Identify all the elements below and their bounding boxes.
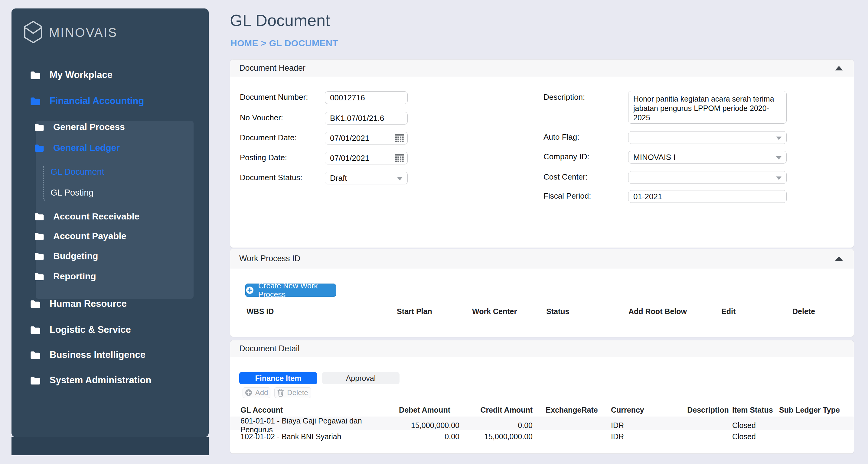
- cell-debet: 0.00: [385, 432, 459, 441]
- breadcrumb[interactable]: HOME > GL DOCUMENT: [230, 38, 338, 48]
- document-header-panel: Document Header Document Number: No Vouc…: [230, 59, 854, 248]
- folder-icon: [34, 213, 44, 220]
- fiscal-period-field[interactable]: [628, 190, 787, 203]
- sidebar-item-system-administration[interactable]: System Administration: [30, 373, 151, 387]
- folder-icon: [30, 326, 40, 334]
- document-status-label: Document Status:: [240, 173, 303, 182]
- auto-flag-select[interactable]: [628, 131, 787, 144]
- document-header-panel-head: Document Header: [230, 60, 854, 77]
- col-edit: Edit: [721, 307, 793, 316]
- cost-center-select[interactable]: [628, 171, 787, 184]
- sidebar-item-general-ledger[interactable]: General Ledger: [34, 141, 120, 155]
- add-button[interactable]: Add: [243, 387, 270, 398]
- gl-table-row[interactable]: 601-01-01 - Biaya Gaji Pegawai dan Pengu…: [230, 417, 854, 430]
- document-status-select[interactable]: Draft: [325, 172, 408, 185]
- folder-icon: [30, 376, 40, 385]
- sidebar-item-my-workplace[interactable]: My Workplace: [30, 68, 113, 82]
- folder-icon: [30, 71, 40, 79]
- col-description: Description: [684, 406, 732, 415]
- sidebar-item-financial-accounting[interactable]: Financial Accounting: [30, 94, 144, 108]
- auto-flag-label: Auto Flag:: [544, 132, 580, 142]
- sidebar-item-label: Budgeting: [53, 251, 98, 261]
- folder-icon: [34, 273, 44, 280]
- sidebar-item-account-payable[interactable]: Account Payable: [34, 229, 126, 243]
- col-add-root-below: Add Root Below: [628, 307, 721, 316]
- posting-date-label: Posting Date:: [240, 153, 287, 162]
- sidebar-item-budgeting[interactable]: Budgeting: [34, 249, 98, 263]
- no-voucher-field[interactable]: [325, 112, 408, 125]
- gl-table-header: GL Account Debet Amount Credit Amount Ex…: [230, 403, 854, 417]
- company-id-label: Company ID:: [544, 152, 589, 161]
- sidebar-item-gl-posting[interactable]: GL Posting: [51, 186, 93, 199]
- sidebar-item-gl-document[interactable]: GL Document: [51, 165, 104, 179]
- folder-icon: [30, 351, 40, 359]
- add-button-label: Add: [255, 389, 268, 397]
- sidebar-item-business-intelligence[interactable]: Business Intelligence: [30, 348, 146, 362]
- create-new-work-process-label: Create New Work Process: [258, 281, 336, 299]
- sidebar-item-logistic-service[interactable]: Logistic & Service: [30, 323, 131, 337]
- cell-item-status: Closed: [732, 432, 779, 441]
- work-process-panel-head: Work Process ID: [230, 249, 854, 268]
- col-item-status: Item Status: [732, 406, 779, 415]
- folder-icon: [30, 300, 40, 308]
- work-process-panel: Work Process ID Create New Work Process …: [230, 249, 854, 337]
- company-id-value: MINOVAIS I: [633, 153, 676, 162]
- sidebar-item-reporting[interactable]: Reporting: [34, 269, 96, 283]
- document-date-label: Document Date:: [240, 133, 297, 142]
- brand-logo: MINOVAIS: [24, 20, 117, 45]
- chevron-down-icon: [776, 137, 781, 140]
- col-gl-account: GL Account: [241, 406, 385, 415]
- chevron-down-icon: [776, 176, 781, 180]
- create-new-work-process-button[interactable]: Create New Work Process: [245, 284, 336, 297]
- sidebar-item-label: General Ledger: [53, 143, 120, 153]
- cell-debet: 15,000,000.00: [385, 421, 459, 430]
- work-process-table-header: WBS ID Start Plan Work Center Status Add…: [230, 307, 854, 316]
- sidebar-item-label: Human Resource: [50, 298, 127, 309]
- sidebar-item-account-receivable[interactable]: Account Receivable: [34, 209, 140, 223]
- cell-gl-account: 102-01-02 - Bank BNI Syariah: [241, 432, 385, 441]
- document-number-field[interactable]: [325, 91, 408, 104]
- panel-title: Document Header: [239, 64, 306, 73]
- col-credit-amount: Credit Amount: [459, 406, 533, 415]
- tab-approval[interactable]: Approval: [322, 372, 400, 384]
- col-debet-amount: Debet Amount: [385, 406, 459, 415]
- sidebar-item-human-resource[interactable]: Human Resource: [30, 297, 127, 311]
- calendar-icon[interactable]: [395, 134, 404, 142]
- folder-icon: [34, 144, 44, 152]
- col-start-plan: Start Plan: [397, 307, 472, 316]
- col-wbs-id: WBS ID: [247, 307, 397, 316]
- company-id-select[interactable]: MINOVAIS I: [628, 151, 787, 164]
- col-work-center: Work Center: [472, 307, 546, 316]
- cell-currency: IDR: [611, 421, 684, 430]
- page-title: GL Document: [230, 11, 330, 30]
- sidebar-item-label: Account Payable: [53, 231, 126, 241]
- description-field[interactable]: Honor panitia kegiatan acara serah terim…: [628, 91, 787, 124]
- collapse-up-icon[interactable]: [835, 66, 843, 70]
- delete-button-label: Delete: [287, 389, 308, 397]
- fiscal-period-label: Fiscal Period:: [544, 191, 591, 201]
- document-detail-panel-head: Document Detail: [230, 340, 854, 357]
- cell-item-status: Closed: [732, 421, 779, 430]
- gl-table-row[interactable]: 102-01-02 - Bank BNI Syariah 0.00 15,000…: [230, 430, 854, 443]
- tab-finance-item[interactable]: Finance Item: [239, 372, 317, 384]
- description-label: Description:: [544, 93, 585, 102]
- hexagon-logo-icon: [24, 20, 43, 45]
- sidebar-item-label: System Administration: [50, 375, 151, 386]
- col-currency: Currency: [611, 406, 684, 415]
- plus-circle-icon: [246, 286, 254, 294]
- sidebar-item-general-process[interactable]: General Process: [34, 120, 125, 134]
- folder-icon: [34, 232, 44, 240]
- collapse-up-icon[interactable]: [835, 256, 843, 261]
- sidebar-item-label: Financial Accounting: [50, 96, 144, 106]
- calendar-icon[interactable]: [395, 154, 404, 162]
- document-status-value: Draft: [330, 173, 347, 183]
- sidebar-item-label: GL Posting: [51, 188, 93, 198]
- trash-icon: [277, 389, 284, 397]
- col-sub-ledger-type: Sub Ledger Type: [779, 406, 854, 415]
- col-status: Status: [546, 307, 628, 316]
- delete-button[interactable]: Delete: [274, 387, 311, 398]
- cost-center-label: Cost Center:: [544, 172, 588, 182]
- sidebar-item-label: Logistic & Service: [50, 324, 131, 335]
- sidebar-item-label: Reporting: [53, 271, 96, 281]
- col-delete: Delete: [793, 307, 854, 316]
